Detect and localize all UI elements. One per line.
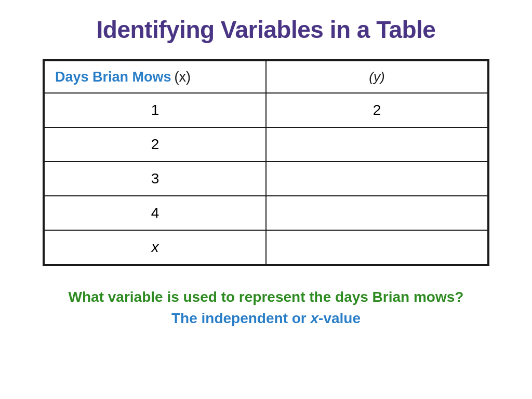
- table-cell-r3c1: 3: [44, 162, 266, 196]
- table-cell-r3c2: [266, 162, 488, 196]
- table-row: 3: [44, 162, 488, 196]
- header-label: Days Brian Mows: [55, 69, 171, 85]
- table-header-col1: Days Brian Mows (x): [44, 61, 266, 93]
- answer-prefix: The independent or: [171, 310, 311, 326]
- table-row: x: [44, 230, 488, 264]
- table-cell-r5c1: x: [44, 230, 266, 264]
- table-cell-r1c2: 2: [266, 93, 488, 127]
- data-table: Days Brian Mows (x) (y) 1 2 2 3 4 x: [43, 59, 489, 266]
- table-cell-r4c2: [266, 196, 488, 230]
- answer-x: x: [311, 310, 319, 326]
- table-cell-r2c1: 2: [44, 127, 266, 162]
- table-row: 2: [44, 127, 488, 162]
- table-header-col2: (y): [266, 61, 488, 93]
- table-cell-r5c2: [266, 230, 488, 264]
- answer-suffix: -value: [318, 310, 361, 326]
- header-x-var: (x): [175, 69, 191, 85]
- table-row: 1 2: [44, 93, 488, 127]
- table-cell-r4c1: 4: [44, 196, 266, 230]
- answer-text: The independent or x-value: [69, 310, 464, 327]
- table-header-row: Days Brian Mows (x) (y): [44, 61, 488, 93]
- question-text: What variable is used to represent the d…: [69, 287, 464, 307]
- header-y-var: (y): [369, 69, 384, 85]
- page-title: Identifying Variables in a Table: [97, 16, 436, 44]
- table-row: 4: [44, 196, 488, 230]
- table-cell-r2c2: [266, 127, 488, 162]
- question-section: What variable is used to represent the d…: [69, 287, 464, 327]
- table-cell-r1c1: 1: [44, 93, 266, 127]
